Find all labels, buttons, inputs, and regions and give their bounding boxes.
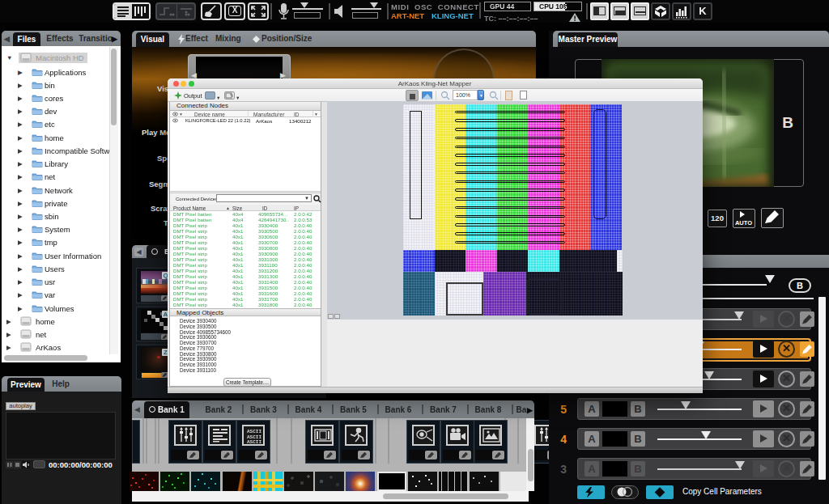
svg-text:ASCII: ASCII xyxy=(247,439,261,444)
svg-text:ASCII: ASCII xyxy=(247,429,261,434)
